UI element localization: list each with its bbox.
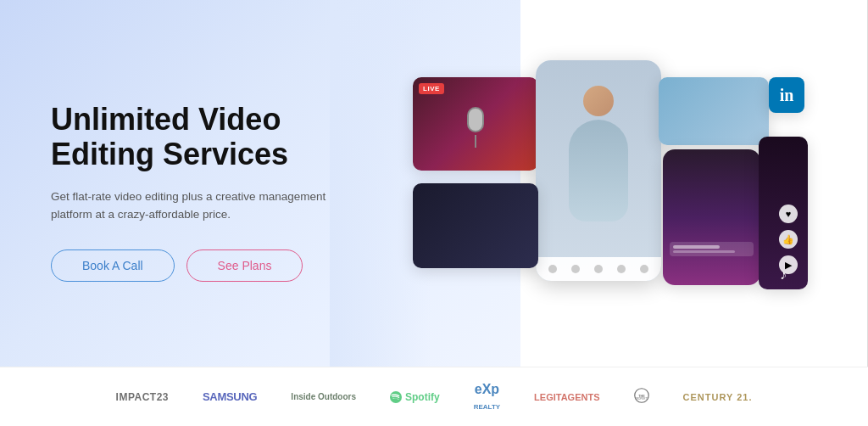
book-call-button[interactable]: Book A Call (51, 249, 175, 282)
tiktok-logo-icon: ♪ (780, 267, 787, 283)
podcast-card: LIVE (413, 77, 538, 171)
audience-card (413, 183, 538, 268)
hero-left-content: Unlimited Video Editing Services Get fla… (0, 0, 390, 367)
property-container: THE PROPERTY (634, 388, 649, 406)
tiktok-card: ♥ 👍 ▶ ♪ (759, 137, 808, 289)
phone-dot-1 (548, 265, 557, 273)
person-head (583, 86, 614, 116)
tiktok-icons: ♥ 👍 ▶ (779, 205, 798, 274)
logo-exp: eXp REALTY (474, 382, 500, 412)
exp-sublabel: REALTY (474, 403, 500, 411)
linkedin-icon: in (780, 86, 794, 105)
page-wrapper: Unlimited Video Editing Services Get fla… (0, 0, 868, 426)
hero-visuals: LIVE (364, 0, 868, 367)
hero-buttons: Book A Call See Plans (51, 249, 356, 282)
exp-realty: eXp REALTY (474, 382, 500, 412)
logos-bar: IMPACT23 SAMSUNG Inside Outdoors Spotify… (0, 367, 868, 426)
hero-section: Unlimited Video Editing Services Get fla… (0, 0, 868, 367)
legit-label: LEGITAGENTS (534, 392, 599, 402)
impact23-label: IMPACT23 (116, 391, 169, 403)
logo-impact23: IMPACT23 (116, 391, 169, 403)
hero-title: Unlimited Video Editing Services (51, 102, 356, 172)
phone-dot-3 (594, 265, 603, 273)
mic-head (467, 107, 484, 132)
inside-label: Inside Outdoors (291, 392, 356, 401)
like-icon: 👍 (779, 230, 798, 249)
video-collage: LIVE (413, 60, 820, 315)
logo-spotify: Spotify (390, 391, 440, 403)
logo-samsung: SAMSUNG (203, 390, 257, 403)
logo-property: THE PROPERTY (634, 388, 649, 406)
mic-stand (475, 135, 476, 148)
hero-subtitle: Get flat-rate video editing plus a creat… (51, 188, 339, 224)
live-badge: LIVE (419, 83, 444, 94)
right-phone-card (663, 149, 760, 285)
property-icon: THE PROPERTY (634, 388, 649, 403)
phone-dot-4 (617, 265, 626, 273)
exp-label: eXp (475, 382, 499, 396)
person-body (569, 120, 628, 221)
phone-dot-5 (640, 265, 648, 273)
linkedin-card: in (769, 77, 804, 113)
phone-dot-2 (571, 265, 580, 273)
century21-label: CENTURY 21. (683, 392, 753, 402)
center-phone-card (536, 60, 661, 281)
logo-inside: Inside Outdoors (291, 392, 356, 401)
spotify-label: Spotify (405, 391, 440, 403)
logo-century21: CENTURY 21. (683, 392, 753, 402)
plane-card (659, 77, 769, 145)
see-plans-button[interactable]: See Plans (186, 249, 303, 282)
logo-legitagents: LEGITAGENTS (534, 392, 599, 402)
svg-point-0 (390, 391, 402, 403)
phone-ui-bar (536, 257, 661, 281)
heart-icon: ♥ (779, 205, 798, 223)
person-silhouette (560, 86, 637, 238)
mic-shape (463, 107, 488, 154)
samsung-label: SAMSUNG (203, 390, 257, 403)
spotify-icon (390, 391, 402, 403)
svg-text:PROPERTY: PROPERTY (634, 397, 648, 401)
